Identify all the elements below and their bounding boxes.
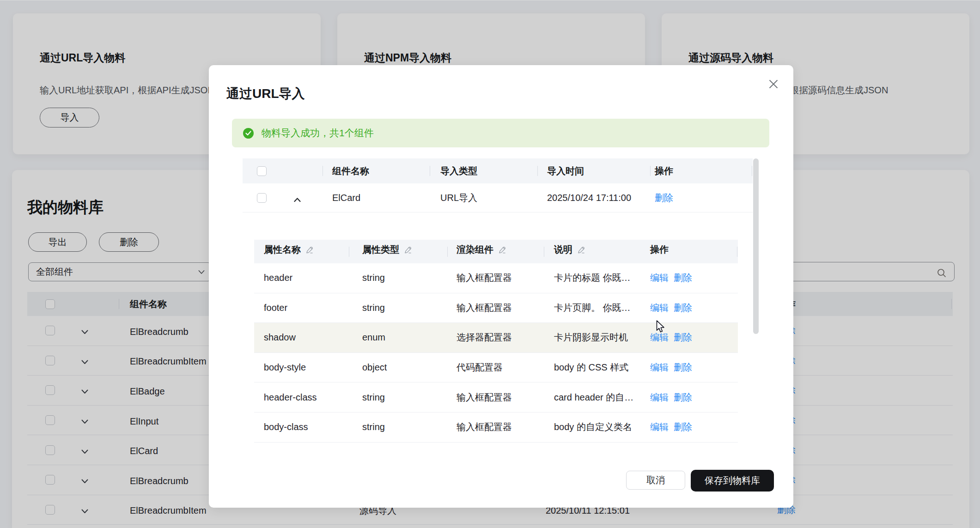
prop-name: body-style — [264, 353, 306, 382]
success-alert: 物料导入成功，共1个组件 — [232, 119, 769, 147]
prop-component: 输入框配置器 — [457, 413, 512, 442]
prop-type: string — [362, 382, 385, 412]
column-header-action: 操作 — [655, 158, 673, 183]
column-divider — [430, 166, 430, 176]
edit-pen-icon[interactable] — [404, 246, 412, 254]
success-text: 物料导入成功，共1个组件 — [262, 127, 374, 140]
success-icon — [243, 128, 254, 139]
column-header-render-component: 渲染组件 — [457, 240, 506, 263]
column-header-name: 组件名称 — [332, 158, 369, 183]
delete-link[interactable]: 删除 — [674, 331, 692, 344]
row-checkbox[interactable] — [257, 193, 267, 203]
column-divider — [544, 247, 544, 257]
component-name: ElCard — [332, 183, 360, 212]
prop-component: 输入框配置器 — [457, 263, 512, 293]
prop-description: card header 的自… — [554, 382, 633, 412]
edit-link[interactable]: 编辑 — [650, 272, 669, 284]
scrollbar-thumb[interactable] — [753, 158, 759, 334]
component-delete-link[interactable]: 删除 — [655, 192, 673, 204]
edit-link[interactable]: 编辑 — [650, 361, 669, 374]
column-header-description: 说明 — [554, 240, 585, 263]
prop-row: footer string 输入框配置器 卡片页脚。 你既… 编辑删除 — [254, 293, 738, 323]
prop-row: header string 输入框配置器 卡片的标题 你既… 编辑删除 — [254, 263, 738, 293]
mouse-cursor — [656, 320, 666, 334]
props-table: 属性名称 属性类型 渲染组件 说明 操作 header string 输入框配置… — [254, 240, 738, 443]
components-table-header: 组件名称 导入类型 导入时间 操作 — [243, 158, 753, 183]
prop-component: 代码配置器 — [457, 353, 503, 382]
prop-description: body 的自定义类名 — [554, 413, 632, 442]
prop-name: body-class — [264, 413, 308, 442]
prop-component: 输入框配置器 — [457, 293, 512, 323]
prop-type: string — [362, 263, 385, 293]
column-divider — [447, 247, 448, 257]
delete-link[interactable]: 删除 — [674, 391, 692, 404]
prop-description: 卡片页脚。 你既… — [554, 293, 631, 323]
close-icon[interactable] — [767, 78, 779, 90]
prop-type: object — [362, 353, 387, 382]
prop-name: header — [264, 263, 292, 293]
prop-name: footer — [264, 293, 287, 323]
column-header-time: 导入时间 — [547, 158, 584, 183]
components-table: 组件名称 导入类型 导入时间 操作 ElCard URL导入 2025/10/2… — [243, 158, 753, 212]
prop-description: 卡片阴影显示时机 — [554, 323, 628, 352]
prop-row: body-style object 代码配置器 body 的 CSS 样式 编辑… — [254, 353, 738, 383]
props-table-header: 属性名称 属性类型 渲染组件 说明 操作 — [254, 240, 738, 263]
prop-type: string — [362, 293, 385, 323]
edit-link[interactable]: 编辑 — [650, 421, 669, 433]
column-header-action: 操作 — [650, 240, 669, 263]
prop-type: string — [362, 413, 385, 442]
delete-link[interactable]: 删除 — [674, 361, 692, 374]
prop-row: header-class string 输入框配置器 card header 的… — [254, 382, 738, 413]
save-button[interactable]: 保存到物料库 — [691, 470, 774, 492]
prop-component: 输入框配置器 — [457, 382, 512, 412]
column-divider — [323, 166, 323, 176]
column-divider — [349, 247, 349, 257]
prop-name: header-class — [264, 382, 317, 412]
import-time: 2025/10/24 17:11:00 — [547, 183, 631, 212]
import-url-dialog: 通过URL导入 物料导入成功，共1个组件 组件名称 导入类型 导入时间 操作 E… — [209, 65, 793, 508]
column-divider — [650, 166, 651, 176]
column-header-type: 导入类型 — [440, 158, 477, 183]
prop-type: enum — [362, 323, 385, 352]
delete-link[interactable]: 删除 — [674, 421, 692, 433]
column-divider — [537, 166, 538, 176]
select-all-checkbox[interactable] — [257, 166, 267, 176]
delete-link[interactable]: 删除 — [674, 302, 692, 314]
import-type: URL导入 — [440, 183, 477, 212]
collapse-chevron-icon[interactable] — [294, 183, 301, 212]
top-edge-strip — [0, 0, 980, 0]
prop-component: 选择器配置器 — [457, 323, 512, 352]
edit-link[interactable]: 编辑 — [650, 302, 669, 314]
column-divider — [737, 247, 737, 257]
prop-name: shadow — [264, 323, 296, 352]
component-row: ElCard URL导入 2025/10/24 17:11:00 删除 — [243, 183, 753, 212]
edit-pen-icon[interactable] — [577, 246, 585, 254]
delete-link[interactable]: 删除 — [674, 272, 692, 284]
prop-description: body 的 CSS 样式 — [554, 353, 628, 382]
prop-row: body-class string 输入框配置器 body 的自定义类名 编辑删… — [254, 413, 738, 443]
column-header-prop-type: 属性类型 — [362, 240, 412, 263]
edit-pen-icon[interactable] — [305, 246, 314, 254]
edit-pen-icon[interactable] — [498, 246, 506, 254]
edit-link[interactable]: 编辑 — [650, 391, 669, 404]
prop-description: 卡片的标题 你既… — [554, 263, 631, 293]
cancel-button[interactable]: 取消 — [626, 471, 685, 490]
dialog-title: 通过URL导入 — [226, 85, 305, 103]
column-header-prop-name: 属性名称 — [264, 240, 314, 263]
column-divider — [752, 166, 752, 176]
